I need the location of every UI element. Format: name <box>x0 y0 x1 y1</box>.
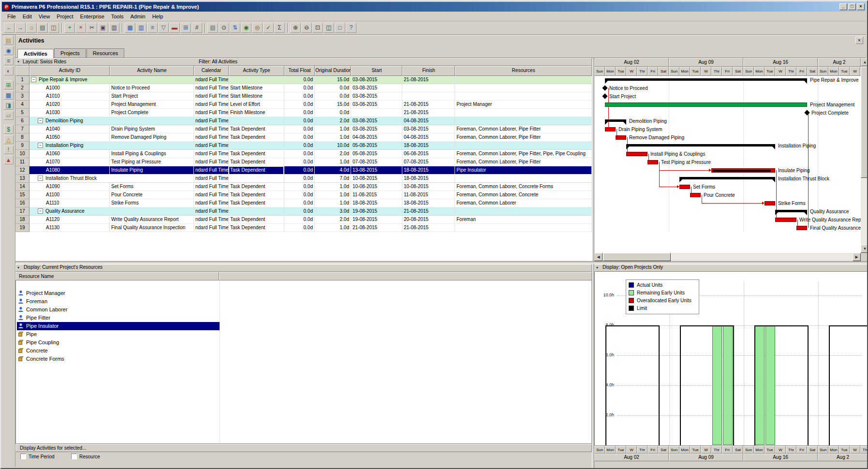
cell-row-number[interactable]: 3 <box>15 92 29 101</box>
cell-start[interactable]: 07-08-2015 <box>351 158 402 166</box>
cell-od[interactable]: 2.0d <box>315 216 351 224</box>
cell-finish[interactable] <box>402 92 455 101</box>
cell-cal[interactable]: ndard Full Time <box>194 142 229 150</box>
menu-admin[interactable]: Admin <box>127 13 148 20</box>
menu-file[interactable]: File <box>4 13 19 20</box>
cell-res[interactable] <box>455 109 592 117</box>
cell-activity-name[interactable]: Project Management <box>110 101 194 109</box>
activities-icon[interactable]: ▦ <box>4 90 14 100</box>
column-header-type[interactable]: Activity Type <box>229 66 284 76</box>
cell-row-number[interactable]: 16 <box>15 199 29 207</box>
cell-type[interactable] <box>229 117 284 125</box>
close-button[interactable]: × <box>857 3 865 10</box>
cell-activity-name[interactable]: Strike Forms <box>110 199 194 207</box>
cell-start[interactable]: 11-08-2015 <box>351 191 402 199</box>
paste-icon[interactable]: ▥ <box>109 23 119 33</box>
cell-res[interactable]: Foreman, Common Laborer, Concrete <box>455 191 592 199</box>
histogram-options-icon[interactable]: ▾ <box>596 265 598 270</box>
issues-icon[interactable]: ! <box>4 145 14 154</box>
gantt-task-bar[interactable] <box>796 226 807 230</box>
print-icon[interactable]: ▤ <box>37 23 48 33</box>
resource-list-item[interactable]: Project Manager <box>17 289 220 297</box>
cell-od[interactable]: 15.0d <box>315 101 351 109</box>
cell-od[interactable]: 10.0d <box>315 142 351 150</box>
histogram-bar[interactable] <box>712 325 722 445</box>
table-row-group[interactable]: 13−Installation Thrust Blockndard Full T… <box>15 175 592 183</box>
resources-options-icon[interactable]: ▾ <box>17 265 19 270</box>
cell-od[interactable]: 0.0d <box>315 109 351 117</box>
histogram-bar[interactable] <box>765 325 775 445</box>
cell-tf[interactable]: 0.0d <box>284 76 315 84</box>
cell-res[interactable]: Foreman, Common Laborer, Pipe Fitter, Pi… <box>455 150 592 158</box>
cell-row-number[interactable]: 11 <box>15 158 29 166</box>
thresholds-icon[interactable]: △ <box>4 135 14 144</box>
column-header-finish[interactable]: Finish <box>402 66 455 76</box>
table-row-activity[interactable]: 3A1010Start Projectndard Full TimeStart … <box>15 92 592 101</box>
assignments-icon[interactable]: ◨ <box>4 101 14 110</box>
cell-type[interactable]: Task Dependent <box>229 191 284 199</box>
assign-roles-icon[interactable]: ◎ <box>252 23 263 33</box>
column-header-num[interactable] <box>15 66 29 76</box>
cell-cal[interactable]: ndard Full Time <box>194 117 229 125</box>
cell-start[interactable]: 03-08-2015 <box>351 125 402 133</box>
table-row-activity[interactable]: 15A1100Pour Concretendard Full TimeTask … <box>15 191 592 199</box>
cell-activity-id[interactable]: A1080 <box>29 166 110 175</box>
cell-res[interactable]: Foreman <box>455 216 592 224</box>
forward-icon[interactable]: → <box>15 23 26 33</box>
cell-tf[interactable]: 0.0d <box>284 199 315 207</box>
table-row-activity[interactable]: 12A1080Insulate Pipingndard Full TimeTas… <box>15 166 592 175</box>
cell-type[interactable]: Task Dependent <box>229 133 284 142</box>
cell-cal[interactable]: ndard Full Time <box>194 76 229 84</box>
print-preview-icon[interactable]: ◫ <box>48 23 59 33</box>
cell-res[interactable] <box>455 224 592 232</box>
expander-icon[interactable]: − <box>31 77 36 82</box>
cell-od[interactable]: 1.0d <box>315 125 351 133</box>
cell-res[interactable] <box>455 175 592 183</box>
cell-activity-name[interactable]: Start Project <box>110 92 194 101</box>
table-row-activity[interactable]: 7A1040Drain Piping Systemndard Full Time… <box>15 125 592 133</box>
cell-row-number[interactable]: 15 <box>15 191 29 199</box>
cell-activity-name[interactable]: Remove Damaged Piping <box>110 133 194 142</box>
resource-list-item[interactable]: Pipe Fitter <box>17 314 220 322</box>
scroll-down-icon[interactable]: ▼ <box>861 245 868 253</box>
cell-group-name[interactable]: −Quality Assurance <box>29 207 194 216</box>
cell-res[interactable]: Foreman, Common Laborer, Pipe Fitter <box>455 158 592 166</box>
menu-view[interactable]: View <box>35 13 54 20</box>
cell-start[interactable]: 05-08-2015 <box>351 150 402 158</box>
gantt-loe-bar[interactable] <box>605 103 807 107</box>
cell-finish[interactable]: 21-08-2015 <box>402 224 455 232</box>
cell-res[interactable] <box>455 207 592 216</box>
gantt-vertical-scrollbar[interactable]: ▲▼ <box>861 58 868 253</box>
cell-activity-name[interactable]: Set Forms <box>110 183 194 191</box>
cell-tf[interactable]: 0.0d <box>284 224 315 232</box>
cell-finish[interactable]: 04-08-2015 <box>402 133 455 142</box>
cell-finish[interactable]: 21-08-2015 <box>402 207 455 216</box>
cell-tf[interactable]: 0.0d <box>284 125 315 133</box>
table-row-group[interactable]: 6−Demolition Pipingndard Full Time0.0d2.… <box>15 117 592 125</box>
cell-type[interactable]: Task Dependent <box>229 166 284 175</box>
gantt-summary-bar[interactable] <box>605 78 807 81</box>
cell-tf[interactable]: 0.0d <box>284 109 315 117</box>
scroll-right-icon[interactable]: ▶ <box>853 253 861 261</box>
wbs-icon[interactable]: ⊞ <box>4 80 14 89</box>
cell-row-number[interactable]: 2 <box>15 84 29 92</box>
table-row-activity[interactable]: 14A1090Set Formsndard Full TimeTask Depe… <box>15 183 592 191</box>
resources-display-bar[interactable]: ▾ Display: Current Project's Resources <box>15 264 592 272</box>
cell-start[interactable]: 03-08-2015 <box>351 117 402 125</box>
cell-cal[interactable]: ndard Full Time <box>194 191 229 199</box>
cell-finish[interactable]: 18-08-2015 <box>402 166 455 175</box>
cell-res[interactable] <box>455 92 592 101</box>
filter-icon[interactable]: ▽ <box>158 23 169 33</box>
cell-od[interactable]: 1.0d <box>315 183 351 191</box>
cell-res[interactable]: Foreman, Common Laborer <box>455 199 592 207</box>
home-icon[interactable]: ⌂ <box>26 23 37 33</box>
cell-finish[interactable] <box>402 84 455 92</box>
cell-type[interactable]: Finish Milestone <box>229 109 284 117</box>
assign-resources-icon[interactable]: ◉ <box>241 23 251 33</box>
cell-finish[interactable]: 21-08-2015 <box>402 101 455 109</box>
gantt-summary-bar[interactable] <box>775 210 807 212</box>
cell-start[interactable]: 10-08-2015 <box>351 175 402 183</box>
cell-row-number[interactable]: 8 <box>15 133 29 142</box>
column-header-tf[interactable]: Total Float <box>284 66 315 76</box>
expander-icon[interactable]: − <box>38 143 43 148</box>
